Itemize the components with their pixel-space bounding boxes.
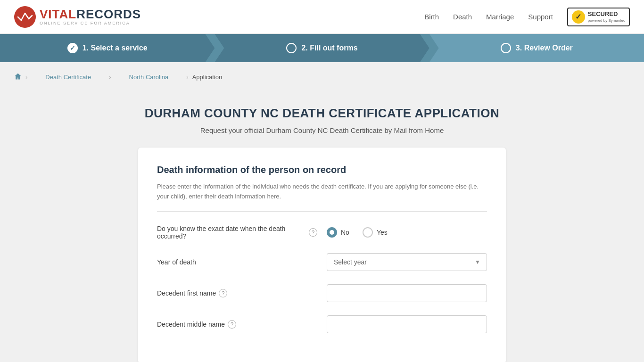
steps-bar: ✓ 1. Select a service 2. Fill out forms … — [0, 34, 644, 62]
step-2: 2. Fill out forms — [215, 34, 429, 62]
radio-no-outer — [327, 227, 337, 238]
nav: Birth Death Marriage Support ✓ SECURED p… — [424, 8, 630, 26]
logo-icon — [14, 6, 36, 28]
form-card: Death information of the person on recor… — [138, 148, 506, 362]
logo: VITALRECORDS ONLINE SERVICE FOR AMERICA — [14, 6, 141, 28]
form-section-desc: Please enter the information of the indi… — [157, 182, 487, 202]
nav-support[interactable]: Support — [528, 13, 553, 21]
radio-yes-label: Yes — [377, 229, 388, 236]
breadcrumb-sep-2: › — [109, 74, 111, 81]
radio-no-option[interactable]: No — [327, 227, 349, 238]
exact-date-label: Do you know the exact date when the deat… — [157, 225, 317, 240]
radio-yes-option[interactable]: Yes — [363, 227, 388, 238]
main-content: DURHAM COUNTY NC DEATH CERTIFICATE APPLI… — [129, 106, 515, 362]
exact-date-row: Do you know the exact date when the deat… — [157, 225, 487, 240]
norton-check-icon: ✓ — [572, 10, 585, 24]
step-1-label: 1. Select a service — [83, 44, 148, 52]
exact-date-controls: No Yes — [327, 227, 487, 238]
step-3-circle — [501, 43, 511, 53]
page-subtitle: Request your official Durham County NC D… — [138, 126, 506, 134]
select-year-wrapper: Select year ▼ — [327, 253, 487, 271]
radio-yes-outer — [363, 227, 373, 238]
first-name-label: Decedent first name ? — [157, 289, 317, 297]
norton-text: SECURED powered by Symantec — [588, 10, 625, 23]
radio-no-inner — [330, 230, 334, 235]
form-divider — [157, 211, 487, 212]
step-2-circle — [286, 43, 297, 53]
year-of-death-label: Year of death — [157, 258, 317, 266]
breadcrumb-home-link[interactable] — [14, 73, 22, 82]
step-3: 3. Review Order — [429, 34, 644, 62]
logo-records: RECORDS — [76, 7, 141, 21]
middle-name-help-icon[interactable]: ? — [228, 320, 236, 329]
home-icon — [14, 73, 22, 80]
norton-badge: ✓ SECURED powered by Symantec — [567, 8, 630, 26]
first-name-row: Decedent first name ? — [157, 284, 487, 302]
logo-vital: VITAL — [40, 7, 76, 21]
breadcrumb: › Death Certificate › North Carolina › A… — [0, 62, 644, 92]
first-name-help-icon[interactable]: ? — [219, 289, 227, 297]
page-title: DURHAM COUNTY NC DEATH CERTIFICATE APPLI… — [138, 106, 506, 121]
logo-sub: ONLINE SERVICE FOR AMERICA — [40, 21, 141, 25]
select-year[interactable]: Select year — [327, 253, 487, 271]
form-section-title: Death information of the person on recor… — [157, 165, 487, 175]
first-name-input[interactable] — [327, 284, 487, 302]
nav-death[interactable]: Death — [453, 13, 472, 21]
year-of-death-control: Select year ▼ — [327, 253, 487, 271]
breadcrumb-north-carolina[interactable]: North Carolina — [115, 68, 183, 86]
breadcrumb-sep-1: › — [25, 74, 27, 81]
middle-name-label: Decedent middle name ? — [157, 320, 317, 329]
step-1: ✓ 1. Select a service — [0, 34, 215, 62]
step-3-label: 3. Review Order — [516, 44, 573, 52]
first-name-control — [327, 284, 487, 302]
exact-date-help-icon[interactable]: ? — [309, 228, 317, 237]
nav-birth[interactable]: Birth — [424, 13, 439, 21]
nav-marriage[interactable]: Marriage — [486, 13, 514, 21]
logo-text: VITALRECORDS ONLINE SERVICE FOR AMERICA — [40, 8, 141, 25]
step-2-label: 2. Fill out forms — [301, 44, 357, 52]
middle-name-control — [327, 315, 487, 333]
radio-no-label: No — [341, 229, 349, 236]
breadcrumb-application: Application — [192, 74, 223, 81]
step-1-check-icon: ✓ — [67, 43, 78, 53]
breadcrumb-death-cert[interactable]: Death Certificate — [31, 68, 105, 86]
middle-name-input[interactable] — [327, 315, 487, 333]
breadcrumb-sep-3: › — [186, 74, 188, 81]
year-of-death-row: Year of death Select year ▼ — [157, 253, 487, 271]
middle-name-row: Decedent middle name ? — [157, 315, 487, 333]
header: VITALRECORDS ONLINE SERVICE FOR AMERICA … — [0, 0, 644, 34]
